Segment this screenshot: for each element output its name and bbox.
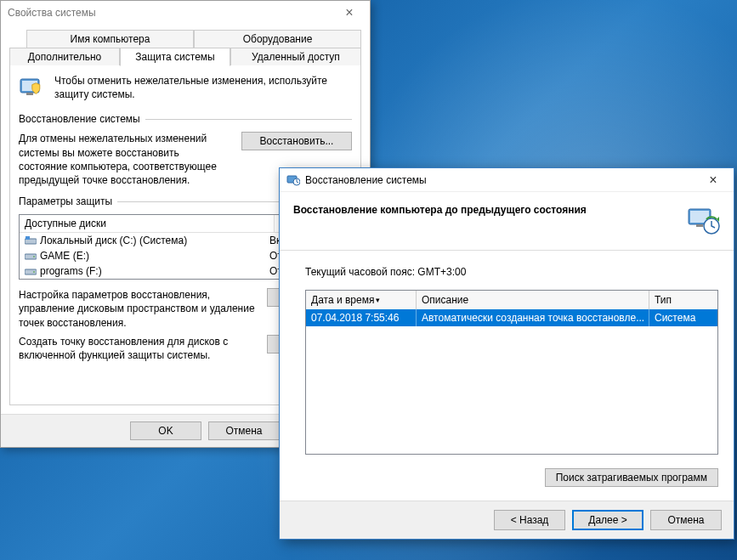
col-datetime[interactable]: Дата и время▾ — [306, 291, 417, 309]
wizard-heading: Восстановление компьютера до предыдущего… — [293, 204, 676, 216]
col-description[interactable]: Описание — [417, 291, 649, 309]
drive-icon — [25, 252, 37, 260]
sort-desc-icon: ▾ — [376, 296, 380, 304]
tab-remote[interactable]: Удаленный доступ — [230, 48, 361, 65]
tab-system-protection[interactable]: Защита системы — [120, 48, 230, 66]
cell-description: Автоматически созданная точка восстановл… — [417, 309, 649, 326]
restore-points-table: Дата и время▾ Описание Тип 07.04.2018 7:… — [305, 290, 718, 455]
tab-computer-name[interactable]: Имя компьютера — [26, 30, 194, 48]
tab-hardware[interactable]: Оборудование — [194, 30, 361, 48]
drive-name: programs (F:) — [40, 265, 102, 277]
wizard-buttons: < Назад Далее > Отмена — [280, 501, 734, 539]
window-title: Свойства системы — [8, 7, 96, 19]
timezone-label: Текущий часовой пояс: GMT+3:00 — [305, 266, 718, 278]
create-description: Создать точку восстановления для дисков … — [19, 335, 255, 362]
ok-button[interactable]: OK — [130, 421, 201, 440]
drive-icon — [25, 267, 37, 275]
scan-affected-programs-button[interactable]: Поиск затрагиваемых программ — [545, 468, 718, 487]
restore-description: Для отмены нежелательных изменений систе… — [19, 132, 228, 187]
shield-monitor-icon — [19, 74, 46, 101]
restore-point-row[interactable]: 07.04.2018 7:55:46 Автоматически созданн… — [306, 309, 717, 326]
system-drive-icon — [25, 236, 37, 245]
intro-text: Чтобы отменить нежелательные изменения, … — [54, 74, 352, 101]
next-button[interactable]: Далее > — [572, 510, 643, 530]
restore-icon — [286, 173, 300, 187]
titlebar[interactable]: Восстановление системы × — [280, 168, 734, 192]
cancel-button[interactable]: Отмена — [650, 510, 722, 530]
drive-name: GAME (E:) — [40, 250, 89, 262]
configure-description: Настройка параметров восстановления, упр… — [19, 288, 255, 330]
window-title: Восстановление системы — [305, 174, 427, 186]
svg-rect-2 — [26, 93, 33, 95]
col-type[interactable]: Тип — [649, 291, 717, 309]
drive-name: Локальный диск (C:) (Система) — [40, 235, 187, 246]
close-icon[interactable]: × — [332, 5, 366, 20]
svg-point-8 — [33, 271, 35, 273]
svg-point-6 — [33, 256, 35, 257]
cell-datetime: 07.04.2018 7:55:46 — [306, 309, 417, 326]
svg-rect-4 — [26, 236, 30, 240]
col-drives[interactable]: Доступные диски — [20, 215, 275, 232]
tab-advanced[interactable]: Дополнительно — [9, 48, 120, 65]
restore-button[interactable]: Восстановить... — [241, 132, 352, 150]
table-empty-area — [306, 326, 717, 454]
system-restore-window: Восстановление системы × Восстановление … — [279, 167, 734, 540]
section-restore-label: Восстановление системы — [19, 113, 352, 125]
computer-clock-icon — [686, 204, 720, 238]
cell-type: Система — [649, 309, 717, 326]
svg-rect-13 — [696, 224, 703, 227]
back-button[interactable]: < Назад — [494, 510, 565, 530]
titlebar[interactable]: Свойства системы × — [1, 1, 370, 25]
wizard-header: Восстановление компьютера до предыдущего… — [280, 192, 734, 251]
close-icon[interactable]: × — [696, 173, 730, 188]
cancel-button[interactable]: Отмена — [208, 421, 280, 440]
